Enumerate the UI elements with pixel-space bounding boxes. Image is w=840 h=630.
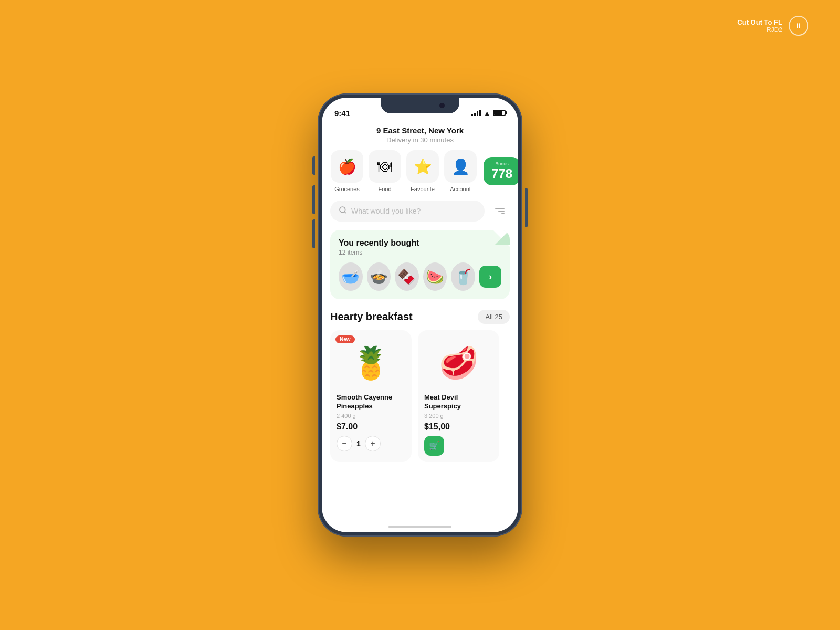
category-food[interactable]: 🍽 Food [368,150,402,192]
recently-arrow-button[interactable]: › [479,266,501,288]
increase-qty-button[interactable]: + [365,436,381,452]
product-card-meat: 🥩 Meat Devil Superspicy 3 200 g $15,00 🛒 [418,330,499,462]
product-price-value: $15,00 [424,422,450,431]
bonus-value: 778 [490,166,514,181]
product-controls: − 1 + [337,436,405,452]
music-title: Cut Out To FL [737,18,782,26]
category-nav: 🍎 Groceries 🍽 Food ⭐ Favourite [322,150,518,192]
music-player: Cut Out To FL RJD2 ⏸ [737,16,808,36]
section-header: Hearty breakfast All 25 [322,299,518,330]
search-bar[interactable]: What would you like? [330,201,485,222]
notch [381,98,459,113]
product-image-pineapple: 🍍 [337,337,405,389]
camera-dot [439,103,445,108]
power-button[interactable] [525,188,528,227]
search-section: What would you like? [322,192,518,222]
all-items-button[interactable]: All 25 [478,310,510,324]
groceries-icon-wrapper: 🍎 [331,150,363,183]
music-artist: RJD2 [737,26,782,34]
product-name: Smooth Cayenne Pineapples [337,393,405,411]
volume-up-button[interactable] [312,185,315,214]
svg-point-0 [340,207,345,213]
pause-button[interactable]: ⏸ [789,16,808,36]
wifi-icon: ▲ [484,109,490,117]
recently-item: 🥤 [451,262,475,291]
category-favourite[interactable]: ⭐ Favourite [406,150,439,192]
product-card-pineapple: New 🍍 Smooth Cayenne Pineapples 2 400 g … [330,330,412,462]
recently-item: 🍲 [367,262,391,291]
groceries-label: Groceries [334,186,360,192]
groceries-icon: 🍎 [338,158,356,175]
search-placeholder: What would you like? [351,207,421,215]
decrease-qty-button[interactable]: − [337,436,352,452]
signal-icon [471,110,481,116]
category-account[interactable]: 👤 Account [444,150,477,192]
product-name: Meat Devil Superspicy [424,393,493,411]
app-header: 9 East Street, New York Delivery in 30 m… [322,121,518,150]
recently-item: 🍉 [423,262,447,291]
product-price: $15,00 [424,422,493,432]
favourite-label: Favourite [411,186,435,192]
phone-screen: 9:41 ▲ 9 East Street, New York Delivery [322,98,518,532]
recently-title: You recently bought [339,238,501,248]
search-icon [339,206,347,216]
product-price: $7.00 [337,422,405,432]
header-address: 9 East Street, New York [332,126,508,135]
bonus-card[interactable]: Bonus 778 [484,157,518,185]
food-icon: 🍽 [377,158,392,175]
quantity-value: 1 [356,439,361,448]
quantity-controls: − 1 + [337,436,381,452]
recently-bought-section: You recently bought 12 items 🥣 🍲 🍫 🍉 🥤 › [330,230,510,299]
pause-icon: ⏸ [795,22,802,30]
new-badge: New [335,335,355,343]
category-groceries[interactable]: 🍎 Groceries [330,150,364,192]
scroll-content[interactable]: 9 East Street, New York Delivery in 30 m… [322,121,518,532]
header-delivery: Delivery in 30 minutes [332,136,508,144]
battery-icon [493,110,506,116]
filter-icon [495,208,505,214]
account-icon: 👤 [452,158,470,175]
filter-button[interactable] [490,201,510,221]
product-weight: 2 400 g [337,413,405,419]
home-indicator [388,526,452,528]
food-label: Food [378,186,391,192]
recently-count: 12 items [339,249,501,256]
product-image-meat: 🥩 [424,337,493,389]
account-icon-wrapper: 👤 [444,150,477,183]
svg-line-1 [344,212,346,213]
product-weight: 3 200 g [424,413,493,419]
product-controls: 🛒 [424,436,493,456]
recently-items: 🥣 🍲 🍫 🍉 🥤 › [339,262,501,291]
favourite-icon-wrapper: ⭐ [406,150,439,183]
phone-frame: 9:41 ▲ 9 East Street, New York Delivery [318,93,522,537]
music-info: Cut Out To FL RJD2 [737,18,782,34]
status-time: 9:41 [334,109,350,118]
bonus-label: Bonus [490,161,514,166]
chevron-right-icon: › [489,271,492,282]
cart-icon: 🛒 [429,440,439,450]
food-icon-wrapper: 🍽 [369,150,401,183]
volume-down-button[interactable] [312,219,315,248]
account-label: Account [450,186,471,192]
recently-item: 🥣 [339,262,363,291]
section-title: Hearty breakfast [330,311,413,323]
products-grid: New 🍍 Smooth Cayenne Pineapples 2 400 g … [322,330,518,472]
recently-item: 🍫 [395,262,419,291]
status-icons: ▲ [471,109,506,117]
favourite-icon: ⭐ [414,158,432,175]
mute-button[interactable] [312,156,315,175]
add-to-cart-button[interactable]: 🛒 [424,436,444,456]
